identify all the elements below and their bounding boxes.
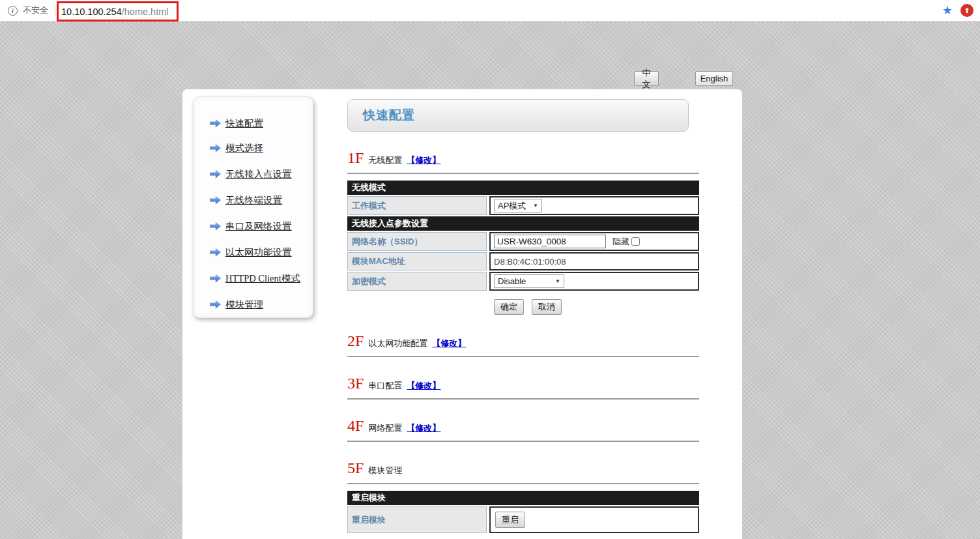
sidebar-item-module-manage[interactable]: 模块管理 — [210, 291, 313, 317]
url-highlight-box: 10.10.100.254/home.html — [57, 1, 179, 22]
mac-address-value: D8:B0:4C:01:00:08 — [489, 252, 699, 270]
work-mode-label: 工作模式 — [347, 196, 487, 215]
section-label: 以太网功能配置 — [368, 338, 427, 349]
page-info-icon[interactable]: i — [8, 6, 18, 16]
floor-number: 1F — [347, 150, 364, 166]
section-label: 串口配置 — [368, 380, 402, 392]
arrow-right-icon — [210, 119, 221, 128]
work-mode-selected-value: AP模式 — [498, 200, 526, 212]
section-label: 网络配置 — [368, 422, 402, 434]
mac-address-label: 模块MAC地址 — [347, 252, 487, 270]
encryption-mode-select[interactable]: Disable ▼ — [494, 274, 564, 288]
section-4f-network: 4F 网络配置 【修改】 — [347, 418, 699, 436]
edit-serial-link[interactable]: 【修改】 — [407, 380, 440, 392]
floor-number: 2F — [347, 333, 364, 349]
form-actions: 确定 取消 — [347, 299, 699, 315]
restart-module-label: 重启模块 — [347, 506, 487, 533]
page-title-box: 快速配置 — [347, 99, 689, 132]
section-divider — [347, 173, 699, 174]
browser-address-bar: i 不安全 10.10.100.254/home.html ★ ⬆ — [0, 0, 980, 22]
encryption-mode-cell: Disable ▼ — [489, 272, 699, 291]
section-5f-module-manage: 5F 模块管理 — [347, 460, 699, 478]
sidebar-item-label: 串口及网络设置 — [225, 220, 292, 233]
sidebar-item-label: 以太网功能设置 — [225, 246, 292, 259]
sidebar-item-wireless-sta[interactable]: 无线终端设置 — [210, 187, 313, 213]
edit-network-link[interactable]: 【修改】 — [407, 422, 440, 434]
main-content: 快速配置 1F 无线配置 【修改】 无线模式 工作模式 AP模式 ▼ 无线接入点… — [347, 89, 699, 534]
chevron-down-icon: ▼ — [555, 278, 560, 284]
sidebar-nav: 快速配置 模式选择 无线接入点设置 无线终端设置 串口及网络设置 以太网功能设置… — [193, 96, 313, 318]
sidebar-item-serial-network[interactable]: 串口及网络设置 — [210, 213, 313, 239]
section-3f-serial: 3F 串口配置 【修改】 — [347, 375, 699, 394]
table-row: 模块MAC地址 D8:B0:4C:01:00:08 — [347, 252, 699, 270]
edit-ethernet-link[interactable]: 【修改】 — [432, 338, 466, 349]
page-title: 快速配置 — [363, 107, 415, 124]
content-panel: 快速配置 模式选择 无线接入点设置 无线终端设置 串口及网络设置 以太网功能设置… — [182, 89, 742, 539]
cancel-button[interactable]: 取消 — [532, 299, 562, 315]
restart-button[interactable]: 重启 — [495, 512, 525, 528]
section-divider — [347, 356, 699, 357]
encryption-mode-label: 加密模式 — [347, 272, 487, 291]
ssid-cell: 隐藏 — [489, 232, 699, 251]
url-input[interactable]: 10.10.100.254/home.html — [61, 6, 168, 18]
security-status-label: 不安全 — [23, 5, 48, 16]
sidebar-item-label: 无线接入点设置 — [225, 168, 292, 181]
work-mode-cell: AP模式 ▼ — [489, 196, 699, 215]
sidebar-item-wireless-ap[interactable]: 无线接入点设置 — [210, 161, 313, 187]
section-2f-ethernet: 2F 以太网功能配置 【修改】 — [347, 333, 699, 351]
table-header-ap-params: 无线接入点参数设置 — [347, 216, 699, 231]
chevron-down-icon: ▼ — [533, 203, 538, 209]
work-mode-select[interactable]: AP模式 ▼ — [494, 199, 542, 212]
floor-number: 5F — [347, 460, 364, 476]
arrow-right-icon — [210, 196, 221, 205]
edit-wireless-link[interactable]: 【修改】 — [407, 154, 440, 166]
arrow-right-icon — [210, 248, 221, 257]
section-1f-wireless: 1F 无线配置 【修改】 — [347, 150, 699, 168]
table-row: 网络名称（SSID） 隐藏 — [347, 232, 699, 251]
arrow-right-icon — [210, 274, 221, 283]
table-row: 重启模块 重启 — [347, 506, 699, 533]
confirm-button[interactable]: 确定 — [494, 299, 524, 315]
sidebar-item-quick-config[interactable]: 快速配置 — [210, 111, 313, 135]
sidebar-item-ethernet[interactable]: 以太网功能设置 — [210, 239, 313, 265]
sidebar-item-label: 无线终端设置 — [225, 194, 282, 207]
floor-number: 3F — [347, 375, 364, 391]
browser-update-icon[interactable]: ⬆ — [960, 4, 973, 17]
ssid-hide-checkbox[interactable] — [631, 237, 640, 246]
ssid-label: 网络名称（SSID） — [347, 232, 487, 251]
section-divider — [347, 483, 699, 484]
restart-cell: 重启 — [489, 506, 699, 533]
bookmark-star-icon[interactable]: ★ — [942, 5, 953, 16]
language-chinese-button[interactable]: 中文 — [634, 71, 659, 86]
sidebar-item-label: 模块管理 — [225, 299, 263, 311]
wireless-config-table: 无线模式 工作模式 AP模式 ▼ 无线接入点参数设置 网络名称（SSID） 隐藏 — [347, 181, 699, 291]
ssid-input[interactable] — [494, 235, 606, 248]
restart-module-table: 重启模块 重启模块 重启 — [347, 491, 699, 533]
encryption-selected-value: Disable — [498, 276, 526, 286]
ssid-hide-label: 隐藏 — [612, 236, 629, 248]
arrow-right-icon — [210, 169, 221, 179]
address-separator — [55, 5, 55, 16]
arrow-right-icon — [210, 143, 221, 153]
table-header-wireless-mode: 无线模式 — [347, 181, 699, 195]
language-english-button[interactable]: English — [695, 71, 733, 86]
url-host: 10.10.100.254 — [61, 7, 122, 17]
section-divider — [347, 398, 699, 400]
sidebar-item-httpd-client[interactable]: HTTPD Client模式 — [210, 265, 313, 291]
floor-number: 4F — [347, 418, 364, 433]
table-header-restart: 重启模块 — [347, 491, 699, 505]
section-label: 无线配置 — [368, 154, 402, 166]
sidebar-item-mode-select[interactable]: 模式选择 — [210, 135, 313, 161]
sidebar-item-label: 快速配置 — [225, 117, 263, 130]
table-row: 工作模式 AP模式 ▼ — [347, 196, 699, 215]
table-row: 加密模式 Disable ▼ — [347, 272, 699, 291]
section-label: 模块管理 — [368, 465, 402, 476]
sidebar-item-label: HTTPD Client模式 — [225, 272, 300, 285]
section-divider — [347, 441, 699, 442]
url-path: /home.html — [122, 7, 169, 17]
arrow-right-icon — [210, 222, 221, 231]
arrow-right-icon — [210, 300, 221, 309]
sidebar-item-label: 模式选择 — [225, 142, 263, 154]
